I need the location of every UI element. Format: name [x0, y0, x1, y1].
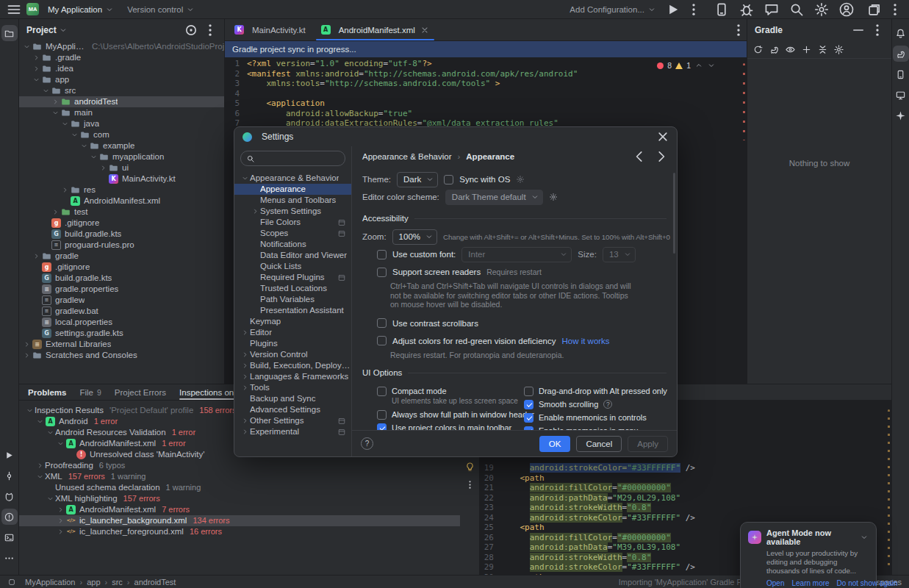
- checkbox[interactable]: [377, 410, 387, 420]
- tree-item-gradlew[interactable]: gradlew: [19, 295, 224, 306]
- tree-item-mainactivity-kt[interactable]: MainActivity.kt: [19, 173, 224, 184]
- chevron-right-icon[interactable]: [240, 416, 250, 426]
- tree-item-ic-launcher-foreground-xml[interactable]: ic_launcher_foreground.xml16 errors: [19, 526, 460, 537]
- tree-item-appearance[interactable]: Appearance: [234, 184, 351, 195]
- back-icon[interactable]: [631, 148, 647, 165]
- tree-item-idea[interactable]: .idea: [19, 63, 224, 74]
- tree-item-androidmanifest-xml[interactable]: AndroidManifest.xml7 errors: [19, 504, 460, 515]
- apply-button[interactable]: Apply: [628, 436, 668, 452]
- tree-item-gitignore[interactable]: .gitignore: [19, 218, 224, 229]
- tree-item-keymap[interactable]: Keymap: [234, 316, 351, 327]
- search-everywhere-icon[interactable]: [788, 1, 805, 18]
- restore-window-icon[interactable]: [866, 1, 883, 18]
- tree-item-languages-frameworks[interactable]: Languages & Frameworks: [234, 371, 351, 382]
- how-it-works-link[interactable]: How it works: [561, 337, 609, 345]
- terminal-tool-icon[interactable]: [1, 529, 18, 545]
- error-stripe[interactable]: [743, 63, 745, 140]
- help-icon[interactable]: [361, 437, 373, 450]
- forward-icon[interactable]: [653, 148, 669, 165]
- font-select[interactable]: Inter: [461, 247, 572, 262]
- chevron-right-icon[interactable]: [240, 427, 250, 437]
- close-tab-icon[interactable]: [420, 25, 430, 35]
- checkbox[interactable]: [377, 387, 387, 396]
- add-configuration-icon[interactable]: [799, 43, 813, 57]
- breadcrumb-appearance-behavior[interactable]: Appearance & Behavior: [362, 152, 451, 161]
- tree-item-system-settings[interactable]: System Settings: [234, 206, 351, 217]
- tree-item-other-settings[interactable]: Other Settings: [234, 415, 351, 426]
- window-options-icon[interactable]: [887, 1, 903, 18]
- tree-item-appearance-behavior[interactable]: Appearance & Behavior: [234, 173, 351, 184]
- assistant-chat-icon[interactable]: [764, 1, 780, 18]
- tree-item-path-variables[interactable]: Path Variables: [234, 294, 351, 305]
- project-selector[interactable]: My Application: [43, 1, 118, 18]
- chevron-down-icon[interactable]: [22, 42, 32, 51]
- code-line[interactable]: 24 android:strokeColor="#33FFFFFF" />: [480, 513, 887, 523]
- color-scheme-select[interactable]: Dark Theme default: [445, 190, 543, 205]
- tree-item-ic-launcher-background-xml[interactable]: ic_launcher_background.xml134 errors: [19, 515, 460, 526]
- more-tool-windows-icon[interactable]: [1, 550, 18, 566]
- tree-item-experimental[interactable]: Experimental: [234, 426, 351, 437]
- tab-androidmanifest-xml[interactable]: AndroidManifest.xml: [313, 19, 437, 40]
- editor-options-icon[interactable]: [730, 22, 747, 38]
- chevron-right-icon[interactable]: [251, 207, 260, 216]
- chevron-down-icon[interactable]: [51, 108, 60, 118]
- tree-item-data-editor-and-viewer[interactable]: Data Editor and Viewer: [234, 250, 351, 261]
- tree-item-scratches-and-consoles[interactable]: Scratches and Consoles: [19, 350, 224, 361]
- tree-item-unused-schema-declaration[interactable]: Unused schema declaration1 warning: [19, 482, 460, 493]
- menu-icon[interactable]: [6, 1, 22, 18]
- more-options-icon[interactable]: [462, 477, 477, 492]
- zoom-select[interactable]: 100%: [392, 229, 437, 245]
- tree-item-gradle[interactable]: .gradle: [19, 52, 224, 63]
- tree-item-src[interactable]: src: [19, 85, 224, 96]
- code-line[interactable]: 5 <application: [225, 98, 747, 109]
- hide-panel-icon[interactable]: [850, 22, 866, 38]
- tree-item-ui[interactable]: ui: [19, 162, 224, 173]
- chevron-right-icon[interactable]: [35, 461, 45, 470]
- red-green-checkbox[interactable]: [377, 336, 387, 345]
- run-configuration-selector[interactable]: Add Configuration...: [565, 1, 661, 18]
- logcat-tool-icon[interactable]: [1, 488, 18, 504]
- tree-item-proofreading[interactable]: Proofreading6 typos: [19, 460, 460, 471]
- checkbox[interactable]: [524, 387, 533, 396]
- chevron-right-icon[interactable]: [240, 328, 250, 337]
- tree-item-test[interactable]: test: [19, 207, 224, 218]
- tree-item-androidmanifest-xml[interactable]: AndroidManifest.xml: [19, 196, 224, 207]
- learn-more-link[interactable]: Learn more: [791, 579, 829, 587]
- tree-item-gradle[interactable]: gradle: [19, 251, 224, 262]
- tree-item-presentation-assistant[interactable]: Presentation Assistant: [234, 305, 351, 316]
- option-enable-mnemonics-in-controls[interactable]: Enable mnemonics in controls: [524, 412, 667, 423]
- code-line[interactable]: 4: [225, 89, 747, 99]
- chevron-down-icon[interactable]: [60, 119, 70, 129]
- chevron-down-icon[interactable]: [89, 152, 98, 162]
- sync-os-settings-icon[interactable]: [516, 175, 525, 184]
- code-line[interactable]: 21 android:fillColor="#00000000": [480, 483, 887, 493]
- breadcrumb-src[interactable]: src: [112, 578, 123, 587]
- tab-project-errors[interactable]: Project Errors: [115, 384, 166, 400]
- scheme-settings-icon[interactable]: [549, 193, 558, 201]
- breadcrumb-app[interactable]: app: [87, 578, 100, 587]
- custom-font-checkbox[interactable]: [377, 250, 387, 259]
- more-actions-icon[interactable]: [686, 1, 702, 18]
- help-icon[interactable]: [603, 400, 612, 409]
- tree-item-java[interactable]: java: [19, 118, 224, 129]
- checkbox[interactable]: [524, 413, 533, 423]
- chevron-down-icon[interactable]: [79, 141, 89, 151]
- tree-item-advanced-settings[interactable]: Advanced Settings: [234, 404, 351, 415]
- gradle-tool-icon[interactable]: [893, 46, 909, 62]
- tree-item-version-control[interactable]: Version Control: [234, 349, 351, 360]
- tree-item-required-plugins[interactable]: Required Plugins: [234, 272, 351, 283]
- chevron-down-icon[interactable]: [35, 472, 45, 481]
- device-manager-tool-icon[interactable]: [893, 87, 909, 103]
- ide-settings-icon[interactable]: [813, 1, 830, 18]
- checkbox[interactable]: [524, 400, 533, 409]
- error-stripe[interactable]: [888, 409, 890, 566]
- theme-select[interactable]: Dark: [397, 172, 438, 187]
- chevron-right-icon[interactable]: [240, 350, 250, 359]
- tree-item-settings-gradle-kts[interactable]: settings.gradle.kts: [19, 328, 224, 339]
- chevron-down-icon[interactable]: [41, 86, 51, 96]
- do-not-show-again-link[interactable]: Do not show again: [837, 579, 898, 587]
- tree-item-external-libraries[interactable]: External Libraries: [19, 339, 224, 350]
- tree-item-proguard-rules-pro[interactable]: proguard-rules.pro: [19, 240, 224, 251]
- tree-item-notifications[interactable]: Notifications: [234, 239, 351, 250]
- run-icon[interactable]: [665, 1, 681, 18]
